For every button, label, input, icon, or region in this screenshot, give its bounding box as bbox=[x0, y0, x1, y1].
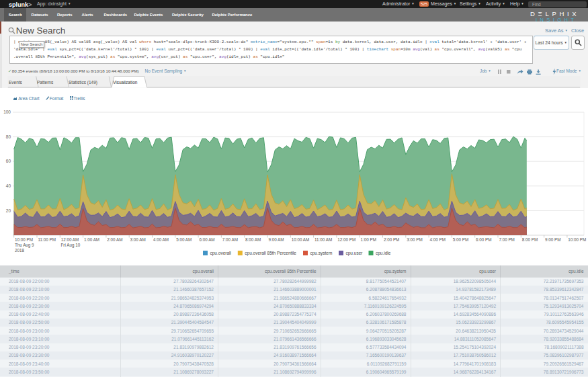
svg-text:7:00 PM: 7:00 PM bbox=[499, 237, 514, 242]
svg-text:2:00 AM: 2:00 AM bbox=[107, 237, 122, 242]
svg-text:10:00 PM: 10:00 PM bbox=[15, 237, 33, 242]
svg-text:2018: 2018 bbox=[15, 248, 25, 253]
svg-text:6:00 PM: 6:00 PM bbox=[476, 237, 491, 242]
svg-text:3:00 AM: 3:00 AM bbox=[130, 237, 146, 242]
svg-text:3:00 PM: 3:00 PM bbox=[407, 237, 422, 242]
svg-text:10:00 PM: 10:00 PM bbox=[568, 237, 586, 242]
svg-text:2:00 PM: 2:00 PM bbox=[384, 237, 399, 242]
svg-text:12:00 PM: 12:00 PM bbox=[337, 237, 355, 242]
svg-text:5:00 AM: 5:00 AM bbox=[176, 237, 192, 242]
svg-text:8:00 AM: 8:00 AM bbox=[245, 237, 261, 242]
svg-text:cpu.user: cpu.user bbox=[346, 251, 364, 256]
svg-text:20: 20 bbox=[6, 208, 11, 213]
svg-text:4:00 PM: 4:00 PM bbox=[430, 237, 446, 242]
svg-text:1:00 AM: 1:00 AM bbox=[84, 237, 99, 242]
svg-text:4:00 AM: 4:00 AM bbox=[153, 237, 169, 242]
svg-text:1:00 PM: 1:00 PM bbox=[361, 237, 376, 242]
svg-text:7:00 AM: 7:00 AM bbox=[222, 237, 238, 242]
svg-text:Thu Aug 9: Thu Aug 9 bbox=[15, 243, 34, 248]
svg-text:Fri Aug 10: Fri Aug 10 bbox=[61, 243, 81, 248]
svg-text:8:00 PM: 8:00 PM bbox=[522, 237, 538, 242]
svg-text:80: 80 bbox=[6, 134, 11, 139]
svg-text:10:00 AM: 10:00 AM bbox=[292, 237, 310, 242]
svg-text:11:00 PM: 11:00 PM bbox=[38, 237, 56, 242]
svg-text:100: 100 bbox=[3, 110, 11, 114]
svg-text:cpu.overall: cpu.overall bbox=[210, 251, 232, 256]
svg-text:cpu.idle: cpu.idle bbox=[376, 251, 391, 256]
svg-text:9:00 PM: 9:00 PM bbox=[545, 237, 560, 242]
svg-text:9:00 AM: 9:00 AM bbox=[268, 237, 284, 242]
svg-text:11:00 AM: 11:00 AM bbox=[314, 237, 332, 242]
svg-text:40: 40 bbox=[6, 183, 11, 188]
svg-text:cpu.overall 85th Percentile: cpu.overall 85th Percentile bbox=[245, 251, 296, 256]
svg-text:5:00 PM: 5:00 PM bbox=[453, 237, 468, 242]
svg-text:12:00 AM: 12:00 AM bbox=[61, 237, 79, 242]
svg-text:6:00 AM: 6:00 AM bbox=[200, 237, 215, 242]
svg-text:cpu.system: cpu.system bbox=[310, 251, 333, 256]
svg-text:60: 60 bbox=[6, 159, 11, 163]
